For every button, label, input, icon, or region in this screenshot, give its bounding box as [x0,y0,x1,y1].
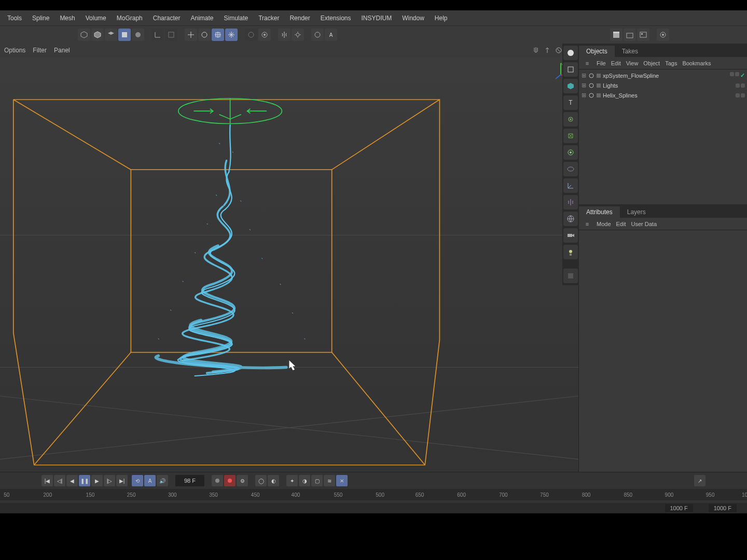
text-mode-icon[interactable]: T [563,95,578,110]
menu-mesh[interactable]: Mesh [54,11,80,25]
transform-tool-button[interactable] [225,29,238,41]
sound-button[interactable]: 🔊 [157,475,168,486]
status-frame-a[interactable]: 1000 F [665,504,693,512]
obj-file[interactable]: File [597,60,606,66]
status-frame-b[interactable]: 1000 F [709,504,737,512]
extra-mode-icon[interactable] [563,269,578,283]
key-settings-button[interactable]: ⚙ [237,475,248,486]
obj-view[interactable]: View [626,60,639,66]
vp-options[interactable]: Options [4,47,25,54]
tree-row[interactable]: ⊞ xpSystem_FlowSpline ✓ [579,71,747,80]
tree-row[interactable]: ⊞ Lights [579,80,747,90]
render-clapboard-button[interactable] [610,29,622,41]
axis-mode-button[interactable] [151,29,164,41]
mirror-mode-icon[interactable] [563,195,578,209]
tab-layers[interactable]: Layers [620,206,653,218]
render-dot[interactable] [741,83,745,88]
rect-mode-icon[interactable] [563,62,578,77]
layer-swatch[interactable] [597,83,601,88]
obj-edit[interactable]: Edit [611,60,621,66]
menu-insydium[interactable]: INSYDIUM [356,11,397,25]
menu-spline[interactable]: Spline [27,11,54,25]
menu-help[interactable]: Help [430,11,453,25]
model-mode-icon[interactable] [563,46,578,60]
obj-name[interactable]: Helix_Splines [603,92,638,99]
current-frame-field[interactable]: 98 F [175,475,204,486]
picture-viewer-button[interactable] [637,29,649,41]
menu-window[interactable]: Window [397,11,430,25]
grid-mode-button[interactable] [165,29,177,41]
expand-icon[interactable]: ⊞ [581,82,586,89]
rotate-tool-button[interactable] [198,29,211,41]
play-button[interactable]: ▶ [91,475,103,486]
prev-key-button[interactable]: ◁| [54,475,65,486]
layer-swatch[interactable] [597,74,601,78]
menu-simulate[interactable]: Simulate [219,11,254,25]
key-filter-button[interactable]: ✕ [336,475,348,486]
pan-icon[interactable] [532,46,540,54]
go-end-button[interactable]: ▶| [116,475,128,486]
record-button[interactable] [212,475,223,486]
view-mode-5-button[interactable] [132,29,144,41]
menu-mograph[interactable]: MoGraph [112,11,148,25]
view-mode-2-button[interactable] [91,29,104,41]
render-dot[interactable] [741,93,745,97]
world-mode-icon[interactable] [563,212,578,226]
edge-mode-icon[interactable] [563,129,578,143]
prev-frame-button[interactable]: ◀ [66,475,78,486]
obj-name[interactable]: xpSystem_FlowSpline [603,73,659,79]
menu-tracker[interactable]: Tracker [253,11,284,25]
timeline-expand-button[interactable]: ↗ [694,475,706,486]
tree-row[interactable]: ⊞ Helix_Splines [579,90,747,100]
go-start-button[interactable]: |◀ [42,475,53,486]
vp-filter[interactable]: Filter [33,47,47,54]
expand-icon[interactable]: ⊞ [581,72,586,79]
render-dot[interactable] [735,72,739,76]
orbit-icon[interactable] [555,46,563,54]
next-key-button[interactable]: |▷ [104,475,115,486]
menu-volume[interactable]: Volume [80,11,112,25]
expand-icon[interactable]: ⊞ [581,92,586,99]
menu-animate[interactable]: Animate [185,11,218,25]
vis-dot[interactable] [736,83,740,88]
attr-edit[interactable]: Edit [616,221,626,227]
camera-mode-icon[interactable] [563,228,578,243]
axis-mode-icon[interactable] [563,178,578,193]
symmetry-button[interactable] [278,29,290,41]
point-mode-icon[interactable] [563,112,578,127]
view-mode-4-button[interactable] [118,29,131,41]
enable-check-icon[interactable]: ✓ [740,72,745,79]
light-mode-icon[interactable] [563,245,578,259]
cube-mode-icon[interactable] [563,79,578,93]
align-button[interactable]: A [325,29,337,41]
key-pos-button[interactable]: ◯ [255,475,267,486]
vp-panel[interactable]: Panel [54,47,70,54]
list-icon[interactable]: ≡ [583,59,591,67]
loop-button[interactable]: ⟲ [132,475,143,486]
pause-button[interactable]: ❚❚ [79,475,90,486]
view-mode-3-button[interactable] [105,29,117,41]
attr-userdata[interactable]: User Data [631,221,657,227]
timeline-ruler[interactable]: 5020015025030035045040055050065060070075… [0,489,747,500]
uv-mode-icon[interactable] [563,162,578,176]
tab-objects[interactable]: Objects [579,46,615,57]
scale-tool-button[interactable] [212,29,224,41]
autokey-record-button[interactable] [224,475,236,486]
snap-1-button[interactable] [245,29,257,41]
key-pla-button[interactable]: ◑ [299,475,310,486]
menu-extensions[interactable]: Extensions [315,11,356,25]
vis-dot[interactable] [730,72,734,76]
render-settings-button[interactable] [624,29,636,41]
poly-mode-icon[interactable] [563,145,578,160]
snap-2-button[interactable] [258,29,271,41]
obj-tags[interactable]: Tags [665,60,677,66]
tab-attributes[interactable]: Attributes [579,206,620,218]
key-param-button[interactable]: ▢ [311,475,323,486]
key-all-button[interactable]: ≋ [324,475,335,486]
key-rot-button[interactable]: ◐ [268,475,279,486]
list-icon[interactable]: ≡ [583,220,591,228]
view-mode-1-button[interactable] [78,29,90,41]
obj-name[interactable]: Lights [603,82,618,89]
obj-bookmarks[interactable]: Bookmarks [682,60,711,66]
tab-takes[interactable]: Takes [615,46,645,57]
